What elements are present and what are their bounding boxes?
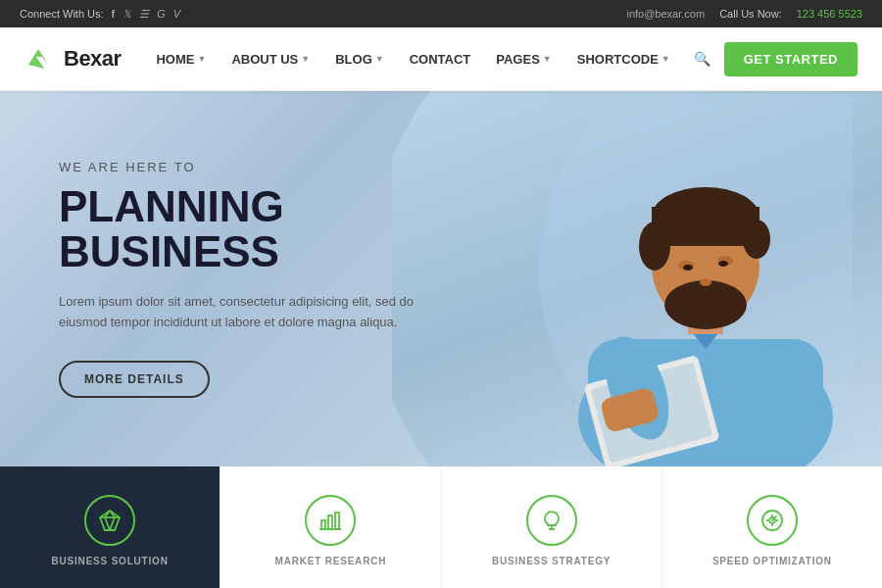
shortcode-arrow-icon: ▼ — [662, 54, 670, 64]
main-nav: HOME ▼ ABOUT US ▼ BLOG ▼ CONTACT PAGES ▼… — [146, 42, 858, 76]
social-icons: f 𝕏 ☰ G V — [112, 8, 181, 21]
svg-rect-30 — [335, 513, 339, 529]
top-bar: Connect With Us: f 𝕏 ☰ G V info@bexar.co… — [0, 0, 882, 27]
svg-marker-22 — [100, 511, 120, 530]
nav-blog[interactable]: BLOG ▼ — [325, 46, 393, 73]
svg-point-15 — [683, 265, 693, 270]
card-1-label: BUSINESS SOLUTION — [52, 556, 169, 566]
hero-section: WE ARE HERE TO PLANNING BUSINESS Lorem i… — [0, 91, 882, 466]
vimeo-icon[interactable]: V — [173, 8, 180, 20]
hero-title: PLANNING BUSINESS — [59, 184, 431, 274]
card-speed-optimization[interactable]: SPEED OPTIMIZATION — [662, 466, 882, 588]
svg-marker-0 — [28, 49, 44, 69]
twitter-icon[interactable]: 𝕏 — [122, 8, 131, 21]
home-arrow-icon: ▼ — [197, 54, 206, 64]
top-bar-right: info@bexar.com Call Us Now: 123 456 5523 — [626, 8, 862, 20]
card-3-label: BUSINESS STRATEGY — [492, 556, 611, 566]
top-bar-left: Connect With Us: f 𝕏 ☰ G V — [20, 8, 180, 21]
svg-point-10 — [639, 221, 670, 270]
get-started-button[interactable]: GET STARTED — [724, 42, 858, 76]
logo[interactable]: Bexar — [24, 41, 122, 76]
phone-number[interactable]: 123 456 5523 — [797, 8, 862, 20]
svg-rect-29 — [328, 515, 332, 529]
nav-home[interactable]: HOME ▼ — [146, 46, 216, 73]
svg-point-17 — [700, 278, 711, 286]
facebook-icon[interactable]: f — [112, 8, 116, 20]
lightbulb-icon-circle — [526, 495, 577, 546]
search-icon[interactable]: 🔍 — [686, 45, 718, 73]
nav-shortcode[interactable]: SHORTCODE ▼ — [567, 46, 680, 73]
card-4-label: SPEED OPTIMIZATION — [712, 556, 832, 566]
svg-rect-28 — [321, 520, 325, 529]
blog-arrow-icon: ▼ — [375, 54, 384, 64]
svg-line-26 — [105, 517, 110, 530]
more-details-button[interactable]: MORE DETAILS — [59, 361, 210, 398]
svg-line-27 — [110, 517, 115, 530]
card-business-solution[interactable]: BUSINESS SOLUTION — [0, 466, 220, 588]
svg-point-16 — [718, 261, 728, 267]
logo-icon — [24, 41, 56, 76]
hero-subtitle: WE ARE HERE TO — [59, 160, 431, 174]
pages-arrow-icon: ▼ — [543, 54, 552, 64]
nav-contact[interactable]: CONTACT — [400, 46, 481, 73]
connect-label: Connect With Us: — [20, 8, 104, 20]
hero-description: Lorem ipsum dolor sit amet, consectetur … — [59, 292, 421, 333]
phone-label: Call Us Now: — [719, 8, 782, 20]
hero-content: WE ARE HERE TO PLANNING BUSINESS Lorem i… — [59, 160, 431, 398]
bar-chart-icon-circle — [305, 495, 356, 546]
header: Bexar HOME ▼ ABOUT US ▼ BLOG ▼ CONTACT P… — [0, 27, 882, 91]
card-business-strategy[interactable]: BUSINESS STRATEGY — [442, 466, 662, 588]
cards-row: BUSINESS SOLUTION MARKET RESEARCH BUSINE… — [0, 466, 882, 588]
about-arrow-icon: ▼ — [301, 54, 310, 64]
card-2-label: MARKET RESEARCH — [275, 556, 387, 566]
diamond-icon-circle — [84, 495, 135, 546]
nav-about[interactable]: ABOUT US ▼ — [221, 46, 319, 73]
hero-person-image — [441, 94, 853, 466]
gauge-icon-circle — [747, 495, 798, 546]
nav-pages[interactable]: PAGES ▼ — [486, 46, 561, 73]
logo-text: Bexar — [64, 46, 122, 72]
email-link[interactable]: info@bexar.com — [626, 8, 705, 20]
svg-point-11 — [743, 220, 770, 259]
google-icon[interactable]: G — [157, 8, 166, 20]
card-market-research[interactable]: MARKET RESEARCH — [220, 466, 441, 588]
rss-icon[interactable]: ☰ — [139, 8, 149, 21]
svg-point-12 — [664, 280, 747, 329]
